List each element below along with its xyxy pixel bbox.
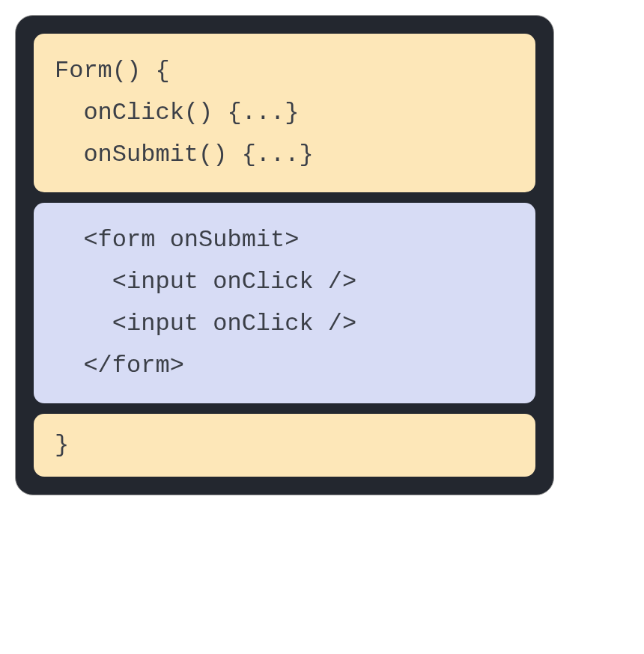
code-line: onClick() {...} <box>55 99 299 126</box>
component-definition-block: Form() { onClick() {...} onSubmit() {...… <box>34 34 535 192</box>
closing-brace-block: } <box>34 414 535 477</box>
code-line: </form> <box>55 352 184 379</box>
code-line: } <box>55 431 69 459</box>
code-diagram-container: Form() { onClick() {...} onSubmit() {...… <box>15 15 554 495</box>
code-line: <input onClick /> <box>55 268 356 296</box>
jsx-markup-block: <form onSubmit> <input onClick /> <input… <box>34 203 535 403</box>
code-line: onSubmit() {...} <box>55 141 314 168</box>
code-line: Form() { <box>55 57 170 85</box>
code-line: <input onClick /> <box>55 310 356 337</box>
code-line: <form onSubmit> <box>55 226 299 254</box>
